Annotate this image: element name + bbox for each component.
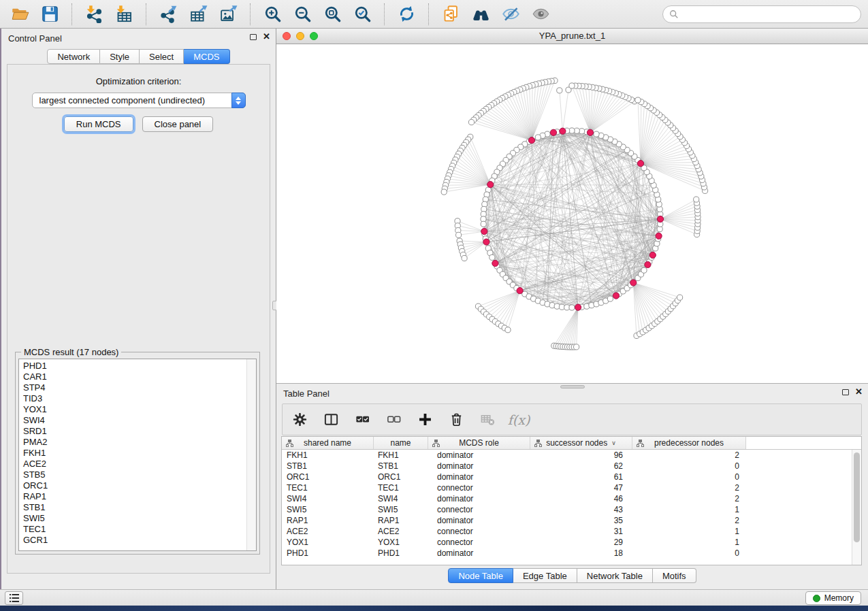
tab-network-table[interactable]: Network Table [577, 568, 653, 583]
network-search-box [662, 5, 861, 23]
mcds-result-item[interactable]: STP4 [19, 382, 246, 393]
delete-row-button[interactable] [447, 411, 465, 429]
import-table-button[interactable] [111, 2, 137, 27]
table-row[interactable]: SWI5SWI5connector431 [282, 504, 852, 515]
mcds-result-listbox[interactable]: PHD1CAR1STP4TID3YOX1SWI4SRD1PMA2FKH1ACE2… [18, 359, 257, 551]
float-table-panel-icon[interactable] [842, 389, 849, 395]
minimize-window-icon[interactable] [296, 32, 304, 40]
export-table-button[interactable] [185, 2, 211, 27]
export-network-button[interactable] [155, 2, 181, 27]
zoom-out-button[interactable] [289, 2, 315, 27]
eye-icon [532, 5, 550, 23]
toolbar-separator [71, 3, 72, 25]
search-input[interactable] [683, 9, 854, 19]
tab-network[interactable]: Network [47, 49, 100, 64]
mcds-result-scrollbar[interactable] [246, 359, 256, 550]
maximize-window-icon[interactable] [310, 32, 318, 40]
memory-button[interactable]: Memory [805, 591, 861, 605]
mcds-result-item[interactable]: PHD1 [19, 361, 246, 371]
table-row[interactable]: RAP1RAP1dominator352 [282, 515, 852, 526]
toolbar-separator [384, 3, 385, 25]
run-mcds-button[interactable]: Run MCDS [64, 116, 133, 132]
column-header-successor-nodes[interactable]: successor nodes∨ [530, 437, 632, 449]
mcds-result-item[interactable]: ACE2 [19, 459, 246, 469]
column-header-MCDS-role[interactable]: MCDS role [428, 437, 530, 449]
binoculars-icon [472, 5, 490, 23]
add-row-button[interactable] [416, 411, 434, 429]
tab-style[interactable]: Style [100, 49, 140, 64]
close-panel-button[interactable]: Close panel [142, 116, 214, 132]
criterion-dropdown[interactable]: largest connected component (undirected) [32, 93, 246, 108]
close-window-icon[interactable] [283, 32, 291, 40]
mcds-result-item[interactable]: SRD1 [19, 426, 246, 437]
mcds-result-item[interactable]: TEC1 [19, 524, 246, 535]
table-row[interactable]: TEC1TEC1connector472 [282, 482, 852, 493]
close-panel-icon[interactable]: ✕ [263, 33, 270, 40]
table-row[interactable]: PHD1PHD1dominator180 [282, 548, 852, 559]
tab-mcds[interactable]: MCDS [184, 49, 229, 64]
tab-select[interactable]: Select [140, 49, 184, 64]
mcds-result-item[interactable]: GCR1 [19, 535, 246, 546]
mcds-result-item[interactable]: TID3 [19, 393, 246, 404]
show-columns-button[interactable] [322, 411, 340, 429]
table-row[interactable]: FKH1FKH1dominator962 [282, 450, 852, 461]
zoom-in-button[interactable] [259, 2, 285, 27]
table-settings-button[interactable] [291, 411, 308, 429]
delete-table-button[interactable] [479, 411, 496, 429]
mcds-result-item[interactable]: SWI5 [19, 513, 246, 524]
table-row[interactable]: ORC1ORC1dominator610 [282, 472, 852, 482]
mcds-result-item[interactable]: STB5 [19, 469, 246, 480]
task-history-button[interactable] [5, 591, 23, 605]
tab-edge-table[interactable]: Edge Table [513, 568, 577, 583]
deselect-all-button[interactable] [385, 411, 402, 429]
table-scrollbar[interactable] [852, 450, 861, 565]
hide-selected-button[interactable] [498, 2, 524, 27]
mcds-result-item[interactable]: CAR1 [19, 371, 246, 382]
mcds-result-item[interactable]: SWI4 [19, 415, 246, 426]
zoom-fit-button[interactable] [319, 2, 345, 27]
network-window-titlebar[interactable]: YPA_prune.txt_1 [276, 29, 868, 44]
table-toolbar: f(x) [282, 403, 862, 435]
table-scrollbar-thumb[interactable] [854, 452, 860, 542]
mcds-result-item[interactable]: FKH1 [19, 448, 246, 459]
float-panel-icon[interactable] [250, 34, 257, 40]
mcds-result-item[interactable]: STB1 [19, 502, 246, 513]
function-builder-button[interactable]: f(x) [510, 411, 528, 429]
table-row[interactable]: YOX1YOX1connector291 [282, 537, 852, 548]
export-image-icon [219, 5, 238, 23]
column-header-name[interactable]: name [374, 437, 428, 449]
first-neighbors-button[interactable] [468, 2, 494, 27]
mcds-result-item[interactable]: YOX1 [19, 404, 246, 415]
import-network-button[interactable] [81, 2, 107, 27]
zoom-selected-button[interactable] [349, 2, 375, 27]
column-type-icon [432, 440, 440, 447]
mcds-result-item[interactable]: PMA2 [19, 437, 246, 448]
table-row[interactable]: ACE2ACE2connector311 [282, 526, 852, 537]
show-all-button[interactable] [528, 2, 553, 27]
network-view[interactable] [276, 44, 868, 383]
column-header-predecessor-nodes[interactable]: predecessor nodes [632, 437, 746, 449]
column-header-shared-name[interactable]: shared name [282, 437, 374, 449]
table-row[interactable]: STB1STB1dominator620 [282, 461, 852, 472]
open-folder-icon [11, 5, 29, 23]
mcds-result-item[interactable]: ORC1 [19, 480, 246, 491]
table-row[interactable]: SWI4SWI4dominator462 [282, 493, 852, 504]
zoom-selected-icon [353, 5, 372, 23]
mcds-tab-content: Optimization criterion: largest connecte… [7, 64, 270, 574]
open-file-button[interactable] [7, 2, 33, 27]
export-image-button[interactable] [215, 2, 241, 27]
delete-table-icon [480, 412, 496, 427]
apply-layout-button[interactable] [393, 2, 419, 27]
tab-motifs[interactable]: Motifs [653, 568, 696, 583]
network-canvas-svg [276, 44, 868, 383]
select-all-button[interactable] [353, 411, 371, 429]
right-column: YPA_prune.txt_1 Table Panel ✕ [276, 29, 868, 589]
toolbar-separator [428, 3, 429, 25]
mcds-result-item[interactable]: RAP1 [19, 491, 246, 502]
save-session-button[interactable] [37, 2, 63, 27]
gear-icon [292, 412, 308, 427]
node-table: shared namenameMCDS rolesuccessor nodes∨… [281, 436, 862, 565]
clone-network-button[interactable] [438, 2, 464, 27]
tab-node-table[interactable]: Node Table [448, 568, 513, 583]
close-table-panel-icon[interactable]: ✕ [855, 389, 863, 395]
